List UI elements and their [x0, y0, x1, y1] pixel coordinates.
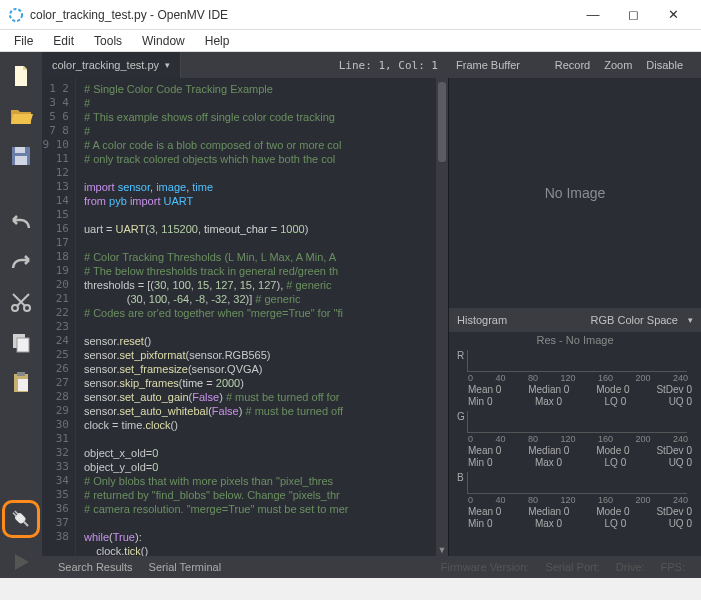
connect-icon[interactable]: [2, 500, 40, 538]
channel-r: R04080120160200240Mean 0Median 0Mode 0St…: [457, 350, 693, 407]
window-title: color_tracking_test.py - OpenMV IDE: [30, 8, 573, 22]
zoom-button[interactable]: Zoom: [604, 59, 632, 71]
serial-port: Serial Port:: [537, 561, 607, 573]
menu-help[interactable]: Help: [195, 32, 240, 50]
no-image-label: No Image: [545, 185, 606, 201]
search-results-tab[interactable]: Search Results: [50, 561, 141, 573]
paste-icon[interactable]: [5, 366, 37, 398]
save-icon[interactable]: [5, 140, 37, 172]
editor-area: 1 2 3 4 5 6 7 8 9 10 11 12 13 14 15 16 1…: [42, 78, 701, 556]
histogram-header: Histogram RGB Color Space ▾: [449, 308, 701, 332]
main-area: color_tracking_test.py ▾ Line: 1, Col: 1…: [42, 52, 701, 578]
menu-window[interactable]: Window: [132, 32, 195, 50]
close-button[interactable]: ✕: [653, 1, 693, 29]
title-bar: color_tracking_test.py - OpenMV IDE — ◻ …: [0, 0, 701, 30]
frame-buffer-header: Frame Buffer Record Zoom Disable: [448, 52, 701, 78]
open-folder-icon[interactable]: [5, 100, 37, 132]
scrollbar-thumb[interactable]: [438, 82, 446, 162]
menu-bar: File Edit Tools Window Help: [0, 30, 701, 52]
histogram-channels: R04080120160200240Mean 0Median 0Mode 0St…: [449, 348, 701, 556]
frame-buffer-label: Frame Buffer: [456, 59, 520, 71]
channel-g: G04080120160200240Mean 0Median 0Mode 0St…: [457, 411, 693, 468]
editor-tab[interactable]: color_tracking_test.py ▾: [42, 52, 181, 78]
frame-buffer-view: No Image: [449, 78, 701, 308]
record-button[interactable]: Record: [555, 59, 590, 71]
minimize-button[interactable]: —: [573, 1, 613, 29]
ide-body: color_tracking_test.py ▾ Line: 1, Col: 1…: [0, 52, 701, 578]
code-editor[interactable]: 1 2 3 4 5 6 7 8 9 10 11 12 13 14 15 16 1…: [42, 78, 448, 556]
resolution-label: Res - No Image: [449, 332, 701, 348]
app-icon: [8, 7, 24, 23]
undo-icon[interactable]: [5, 206, 37, 238]
maximize-button[interactable]: ◻: [613, 1, 653, 29]
menu-edit[interactable]: Edit: [43, 32, 84, 50]
line-gutter: 1 2 3 4 5 6 7 8 9 10 11 12 13 14 15 16 1…: [42, 78, 76, 556]
chevron-down-icon: ▾: [165, 60, 170, 70]
fps-label: FPS:: [653, 561, 693, 573]
svg-rect-9: [17, 372, 25, 376]
chevron-down-icon[interactable]: ▾: [688, 315, 693, 325]
serial-terminal-tab[interactable]: Serial Terminal: [141, 561, 230, 573]
code-content[interactable]: # Single Color Code Tracking Example## T…: [76, 78, 436, 556]
scroll-down-icon[interactable]: ▼: [436, 544, 448, 556]
menu-tools[interactable]: Tools: [84, 32, 132, 50]
vertical-scrollbar[interactable]: ▲ ▼: [436, 78, 448, 556]
status-bar: Search Results Serial Terminal Firmware …: [42, 556, 701, 578]
svg-rect-3: [15, 156, 27, 165]
channel-b: B04080120160200240Mean 0Median 0Mode 0St…: [457, 472, 693, 529]
new-file-icon[interactable]: [5, 60, 37, 92]
histogram-label: Histogram: [457, 314, 507, 326]
run-icon[interactable]: [5, 546, 37, 578]
disable-button[interactable]: Disable: [646, 59, 683, 71]
cut-icon[interactable]: [5, 286, 37, 318]
svg-rect-14: [23, 521, 29, 527]
svg-rect-2: [15, 147, 25, 153]
colorspace-selector[interactable]: RGB Color Space: [591, 314, 678, 326]
left-toolbar: [0, 52, 42, 578]
tab-label: color_tracking_test.py: [52, 59, 159, 71]
redo-icon[interactable]: [5, 246, 37, 278]
menu-file[interactable]: File: [4, 32, 43, 50]
drive-label: Drive:: [608, 561, 653, 573]
cursor-position: Line: 1, Col: 1: [329, 59, 448, 72]
firmware-version: Firmware Version:: [433, 561, 538, 573]
svg-rect-10: [18, 379, 28, 391]
svg-point-0: [10, 9, 22, 21]
right-pane: No Image Histogram RGB Color Space ▾ Res…: [448, 78, 701, 556]
svg-rect-7: [17, 338, 29, 352]
editor-tab-bar: color_tracking_test.py ▾ Line: 1, Col: 1: [42, 52, 448, 78]
copy-icon[interactable]: [5, 326, 37, 358]
